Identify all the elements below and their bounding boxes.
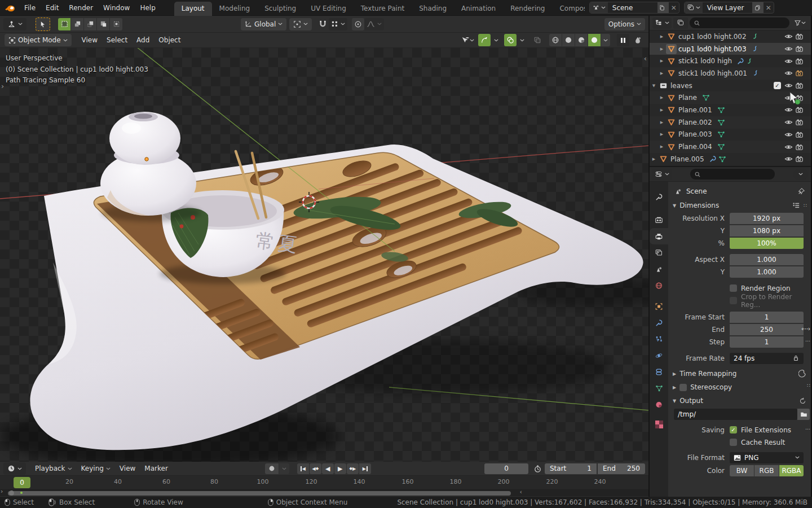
tab-tool[interactable] (650, 189, 668, 205)
tab-render[interactable] (650, 212, 668, 228)
outliner-row-active[interactable]: ▶ cup1 lod0 hight.003 (650, 43, 811, 55)
select-mode-extend[interactable] (71, 18, 83, 30)
aspect-x-field[interactable]: 1.000 (730, 254, 804, 265)
properties-options-dropdown[interactable] (793, 169, 808, 180)
outliner-row[interactable]: ▶ stick1 lod0 high (650, 55, 811, 67)
scene-name[interactable]: Scene (608, 4, 657, 12)
viewport-menu-add[interactable]: Add (132, 34, 154, 46)
pivot-point-dropdown[interactable] (289, 18, 312, 30)
disclosure-icon[interactable]: ▶ (650, 157, 658, 161)
scroll-collapse-arrow[interactable]: ‹ (520, 488, 522, 496)
shading-rendered[interactable] (588, 34, 601, 46)
breadcrumb-label[interactable]: Scene (686, 187, 707, 195)
gizmos-toggle[interactable] (478, 34, 491, 46)
new-scene-button[interactable] (657, 2, 669, 13)
render-visibility-icon[interactable] (795, 32, 804, 41)
output-path-field[interactable]: /tmp/ (674, 409, 797, 420)
unlink-scene-button[interactable]: ✕ (669, 4, 679, 12)
viewport-menu-view[interactable]: View (77, 34, 102, 46)
view-layer-browse-button[interactable] (685, 2, 703, 13)
menu-edit[interactable]: Edit (41, 2, 64, 14)
hide-eye-icon[interactable] (784, 45, 793, 53)
current-frame-badge[interactable]: 0 (14, 477, 30, 488)
menu-file[interactable]: File (19, 2, 41, 14)
render-region-checkbox[interactable] (730, 284, 737, 292)
timeline-menu-keying[interactable]: Keying (77, 463, 115, 474)
menu-help[interactable]: Help (135, 2, 160, 14)
shading-dropdown[interactable] (601, 34, 610, 46)
disclosure-icon[interactable]: ▶ (657, 34, 666, 39)
tab-sculpting[interactable]: Sculpting (257, 2, 303, 16)
frame-start-field[interactable]: 1 (730, 312, 804, 323)
tab-material[interactable] (650, 396, 668, 413)
viewport-menu-object[interactable]: Object (154, 34, 185, 46)
active-tool-select-box[interactable] (36, 17, 50, 31)
proportional-editing-toggle[interactable] (352, 18, 364, 30)
tab-modifiers[interactable] (650, 314, 668, 331)
tab-object[interactable] (650, 298, 668, 314)
current-frame-field[interactable]: 0 (484, 463, 528, 474)
select-mode-subtract[interactable] (84, 18, 96, 30)
shading-solid[interactable] (562, 34, 575, 46)
hide-eye-icon[interactable] (784, 57, 793, 65)
pause-render-button[interactable] (617, 34, 629, 46)
disclosure-icon[interactable]: ▶ (657, 71, 666, 76)
editor-type-timeline[interactable] (3, 462, 26, 475)
tab-particles[interactable] (650, 331, 668, 347)
blender-logo-icon[interactable] (0, 3, 19, 12)
selectability-visibility-dropdown[interactable] (458, 34, 477, 46)
panel-header-output[interactable]: ▼ Output (668, 394, 811, 408)
viewport-menu-select[interactable]: Select (102, 34, 132, 46)
snap-toggle[interactable] (316, 18, 329, 30)
sidebar-collapse-arrow[interactable]: ‹ (644, 54, 647, 63)
timeline-menu-marker[interactable]: Marker (140, 463, 172, 474)
tab-uv-editing[interactable]: UV Editing (303, 2, 354, 16)
panel-header-stereoscopy[interactable]: ▶ Stereoscopy ∷ (668, 380, 811, 394)
jump-to-start-button[interactable]: ◀ (297, 463, 309, 474)
options-dropdown[interactable]: Options (604, 18, 645, 30)
outliner-display-mode[interactable] (673, 17, 688, 29)
hide-eye-icon[interactable] (784, 81, 793, 90)
tab-compositing[interactable]: Compositing (552, 2, 584, 16)
disclosure-icon[interactable]: ▶ (657, 95, 666, 100)
outliner-row[interactable]: ▶ stick1 lod0 high.001 (650, 67, 811, 80)
render-visibility-icon[interactable] (795, 81, 804, 90)
proportional-falloff-dropdown[interactable] (364, 18, 384, 30)
resolution-y-field[interactable]: 1080 px (730, 225, 804, 237)
editor-type-3d-viewport[interactable] (3, 18, 27, 30)
overlays-dropdown[interactable] (518, 34, 527, 46)
pin-icon[interactable] (797, 187, 805, 195)
outliner-row[interactable]: ▶ Plane.001 (650, 104, 811, 116)
new-view-layer-button[interactable] (752, 2, 764, 13)
presets-icon[interactable] (792, 202, 800, 209)
tab-object-data[interactable] (650, 380, 668, 396)
frame-end-field[interactable]: 250 (730, 324, 804, 335)
render-visibility-icon[interactable] (795, 118, 804, 126)
tab-texture[interactable] (650, 416, 668, 432)
render-visibility-icon[interactable] (795, 130, 804, 139)
menu-window[interactable]: Window (98, 2, 135, 14)
scrollbar-thumb[interactable] (8, 491, 511, 496)
select-mode-invert[interactable] (97, 18, 109, 30)
frame-step-field[interactable]: 1 (730, 336, 804, 348)
resolution-x-field[interactable]: 1920 px (730, 213, 804, 224)
play-reverse-button[interactable]: ◀ (322, 463, 334, 474)
tab-world[interactable] (650, 277, 668, 294)
collection-checkbox[interactable]: ✓ (774, 82, 781, 89)
tab-view-layer[interactable] (650, 244, 668, 261)
prev-keyframe-button[interactable]: ◀◆ (310, 463, 321, 474)
transform-orientation-dropdown[interactable]: Global (241, 18, 286, 30)
tab-physics[interactable] (650, 347, 668, 364)
outliner-row[interactable]: ▶ Plane.004 (650, 141, 811, 153)
animate-dots-icon[interactable]: ⋯ (805, 426, 810, 432)
disclosure-icon[interactable]: ▶ (657, 120, 666, 125)
file-format-dropdown[interactable]: PNG (730, 452, 804, 463)
render-visibility-icon[interactable] (795, 69, 804, 77)
render-engine-icon[interactable] (632, 34, 644, 46)
hide-eye-icon[interactable] (784, 143, 793, 151)
toolbar-expand-arrow[interactable]: › (1, 82, 4, 90)
select-mode-intersect[interactable] (110, 18, 122, 30)
disclosure-icon[interactable]: ▶ (657, 59, 666, 63)
tab-output[interactable] (650, 228, 668, 244)
xray-toggle[interactable] (531, 34, 544, 46)
